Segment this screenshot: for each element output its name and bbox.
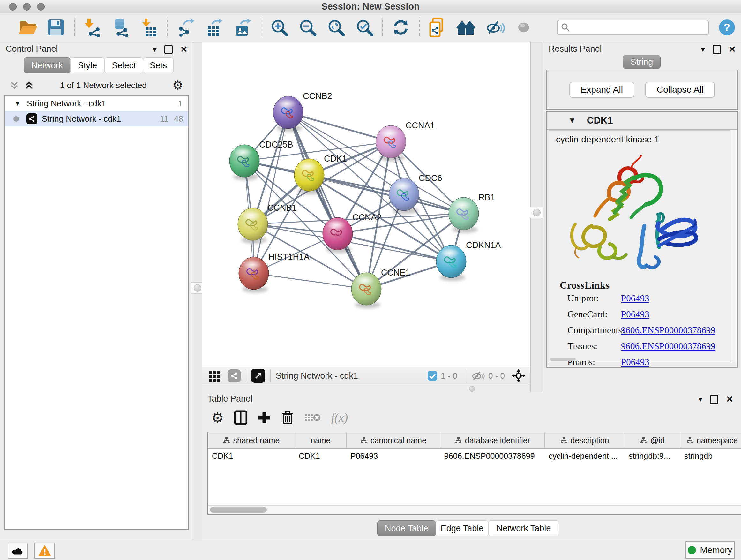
collapse-panel-icon[interactable]: ▾: [698, 395, 702, 403]
column-header-canonical-name[interactable]: canonical name: [347, 432, 441, 448]
table-cell[interactable]: P06493: [347, 449, 441, 464]
cloud-status-button[interactable]: [8, 543, 28, 559]
collapse-panel-icon[interactable]: ▾: [701, 46, 704, 53]
collapse-panel-icon[interactable]: ▾: [152, 46, 156, 53]
network-node-CDK1[interactable]: CDK1: [294, 154, 347, 194]
network-share-icon[interactable]: [228, 369, 241, 382]
import-network-button[interactable]: [83, 17, 103, 38]
save-session-button[interactable]: [46, 17, 66, 38]
warning-status-button[interactable]: [35, 543, 55, 559]
column-header-namespace[interactable]: namespace: [680, 432, 741, 448]
table-cell[interactable]: cyclin-dependent ...: [545, 449, 625, 464]
column-header-description[interactable]: description: [545, 432, 625, 448]
delete-column-icon[interactable]: [281, 410, 294, 425]
selected-checkbox-icon[interactable]: [427, 371, 437, 381]
zoom-in-button[interactable]: [270, 17, 289, 38]
zoom-fit-button[interactable]: [326, 17, 346, 38]
show-columns-icon[interactable]: [234, 410, 247, 425]
table-hscrollbar[interactable]: [208, 505, 741, 514]
network-edge-CCNB2-HIST1H1A[interactable]: [254, 112, 288, 273]
export-network-button[interactable]: [176, 17, 196, 38]
network-node-RB1[interactable]: RB1: [449, 192, 495, 233]
grid-view-icon[interactable]: [209, 370, 221, 382]
hidden-eye-icon[interactable]: [471, 370, 485, 381]
float-panel-icon[interactable]: [710, 395, 718, 404]
crosslink-link[interactable]: P06493: [621, 293, 650, 304]
zoom-out-button[interactable]: [298, 17, 317, 38]
gene-expander-icon[interactable]: ▼: [568, 116, 576, 125]
collapse-all-button[interactable]: Collapse All: [645, 82, 715, 98]
table-cell[interactable]: 9606.ENSP00000378699: [441, 449, 545, 464]
network-edge-CCNB2-CCNE1[interactable]: [288, 112, 366, 289]
collection-expander-icon[interactable]: ▼: [14, 99, 21, 108]
table-cell[interactable]: CDK1: [295, 449, 347, 464]
import-table-button[interactable]: [139, 17, 159, 38]
table-cell[interactable]: stringdb: [680, 449, 741, 464]
crosslink-link[interactable]: 9606.ENSP00000378699: [621, 325, 716, 335]
expand-all-button[interactable]: Expand All: [569, 82, 634, 98]
tab-sets[interactable]: Sets: [143, 57, 174, 73]
tab-style[interactable]: Style: [70, 57, 105, 73]
float-panel-icon[interactable]: [713, 45, 721, 54]
table-cell[interactable]: stringdb:9...: [625, 449, 680, 464]
close-panel-icon[interactable]: ✕: [726, 395, 733, 403]
status-bar: Memory: [0, 540, 741, 560]
float-panel-icon[interactable]: [164, 45, 173, 54]
refresh-view-button[interactable]: [391, 17, 411, 38]
crosslink-link[interactable]: 9606.ENSP00000378699: [621, 341, 716, 352]
export-image-button[interactable]: [233, 17, 253, 38]
column-header-name[interactable]: name: [295, 432, 347, 448]
expand-all-icon[interactable]: [23, 80, 35, 91]
network-node-HIST1H1A[interactable]: HIST1H1A: [239, 252, 310, 293]
network-edge-HIST1H1A-CCNE1[interactable]: [254, 273, 366, 289]
pan-crosshair-icon[interactable]: [511, 368, 526, 383]
tab-node-table[interactable]: Node Table: [377, 520, 436, 537]
open-session-button[interactable]: [18, 17, 37, 38]
table-options-gear-icon[interactable]: ⚙: [211, 410, 224, 426]
collapse-all-icon[interactable]: [9, 80, 20, 91]
network-canvas[interactable]: CCNB2CCNA1CDC25BCDK1CDC6RB1CCNB1CCNA2CDK…: [202, 42, 530, 367]
zoom-selected-button[interactable]: [354, 17, 374, 38]
home-button[interactable]: [456, 17, 477, 38]
tab-select[interactable]: Select: [105, 57, 143, 73]
network-collection-row[interactable]: ▼ String Network - cdk1 1: [5, 96, 188, 111]
birds-eye-view-icon[interactable]: [251, 369, 265, 383]
close-panel-icon[interactable]: ✕: [729, 45, 736, 54]
search-input[interactable]: [570, 22, 705, 33]
tab-string[interactable]: String: [623, 55, 661, 69]
table-hscrollbar-thumb[interactable]: [210, 507, 267, 513]
network-node-CDC6[interactable]: CDC6: [389, 173, 442, 214]
export-table-button[interactable]: [205, 17, 224, 38]
help-button[interactable]: ?: [717, 17, 737, 38]
tab-network-table[interactable]: Network Table: [488, 520, 559, 537]
crosslink-link[interactable]: P06493: [621, 357, 650, 368]
column-header-shared-name[interactable]: shared name: [208, 432, 295, 448]
memory-button[interactable]: Memory: [685, 542, 735, 559]
right-splitter-handle[interactable]: [530, 207, 543, 219]
results-hscrollbar-thumb[interactable]: [550, 358, 576, 361]
network-node-CDKN1A[interactable]: CDKN1A: [436, 240, 501, 281]
column-header-@id[interactable]: @id: [625, 432, 680, 448]
close-panel-icon[interactable]: ✕: [180, 45, 188, 54]
horizontal-splitter-handle[interactable]: [469, 386, 475, 392]
gene-section-header[interactable]: ▼ CDK1: [547, 112, 738, 130]
horizontal-splitter[interactable]: [202, 385, 530, 392]
tab-edge-table[interactable]: Edge Table: [435, 520, 488, 537]
import-network-from-database-button[interactable]: [111, 17, 131, 38]
column-header-database-identifier[interactable]: database identifier: [441, 432, 545, 448]
hide-selected-button[interactable]: [486, 17, 505, 38]
table-cell[interactable]: CDK1: [208, 449, 295, 464]
network-options-gear-icon[interactable]: ⚙: [172, 78, 183, 92]
copy-network-button[interactable]: [428, 17, 448, 38]
show-hidden-button[interactable]: [514, 17, 533, 38]
crosslink-row: Uniprot:P06493: [567, 293, 730, 304]
table-row[interactable]: CDK1CDK1P064939606.ENSP00000378699cyclin…: [208, 449, 741, 464]
network-row[interactable]: String Network - cdk1 11 48: [5, 111, 188, 126]
add-column-icon[interactable]: [258, 411, 271, 424]
network-node-CCNE1[interactable]: CCNE1: [351, 268, 410, 308]
crosslink-link[interactable]: P06493: [621, 309, 650, 320]
network-node-CCNB1[interactable]: CCNB1: [238, 203, 297, 244]
table-body: CDK1CDK1P064939606.ENSP00000378699cyclin…: [208, 449, 741, 464]
tab-network[interactable]: Network: [23, 57, 71, 73]
results-vscrollbar[interactable]: [731, 130, 737, 362]
